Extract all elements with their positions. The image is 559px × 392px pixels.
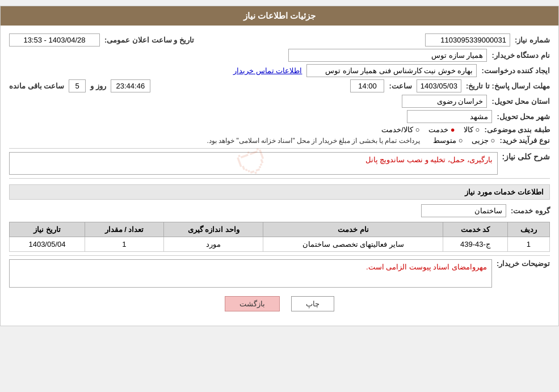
col-service-code: کد خدمت bbox=[443, 222, 507, 237]
send-date-value: 1403/05/03 bbox=[417, 79, 461, 92]
announce-value: 1403/04/28 - 13:53 bbox=[9, 33, 100, 47]
content-area: شماره نیاز: 1103095339000031 تاریخ و ساع… bbox=[1, 26, 558, 326]
buyer-comments-label: توضیحات خریدار: bbox=[497, 259, 550, 268]
purchase-type-note: پرداخت تمام یا بخشی از مبلغ خریدار از مح… bbox=[207, 137, 420, 145]
cell-unit: مورد bbox=[163, 237, 263, 252]
purchase-label-jozii: جزیی bbox=[472, 136, 489, 145]
description-label: شرح کلی نیاز: bbox=[502, 152, 550, 161]
buyer-comments-value: مهروامضای اسناد پیوست الزامی است. bbox=[9, 259, 492, 288]
need-number-value: 1103095339000031 bbox=[425, 33, 510, 47]
cell-quantity: 1 bbox=[85, 237, 163, 252]
category-radio-kala-khadamat[interactable]: ○ bbox=[415, 125, 420, 134]
buyer-comments-container: مهروامضای اسناد پیوست الزامی است. bbox=[9, 259, 492, 288]
divider-2 bbox=[9, 178, 550, 179]
row-send-date: مهلت ارسال پاسخ: تا تاریخ: 1403/05/03 سا… bbox=[9, 79, 550, 92]
col-date: تاریخ نیاز bbox=[10, 222, 85, 237]
category-option-kala-khadamat: ○ کالا/خدمت bbox=[381, 125, 419, 134]
back-button[interactable]: بازگشت bbox=[225, 296, 280, 311]
service-group-value: ساختمان bbox=[421, 204, 506, 217]
remaining-time-value: 23:44:46 bbox=[111, 79, 150, 92]
cell-row-num: 1 bbox=[507, 237, 549, 252]
page-header: جزئیات اطلاعات نیاز bbox=[1, 6, 558, 26]
cell-service-name: سایر فعالیتهای تخصصی ساختمان bbox=[263, 237, 443, 252]
category-option-khadamat: ● خدمت bbox=[428, 125, 455, 134]
category-label: طبقه بندی موضوعی: bbox=[484, 125, 550, 134]
row-category: طبقه بندی موضوعی: ○ کالا ● خدمت ○ کالا/خ… bbox=[9, 125, 550, 134]
remaining-time-label: ساعت باقی مانده bbox=[9, 82, 64, 90]
category-radio-group: ○ کالا ● خدمت ○ کالا/خدمت bbox=[381, 125, 480, 134]
button-row: چاپ بازگشت bbox=[9, 296, 550, 311]
purchase-radio-jozii[interactable]: ○ bbox=[491, 136, 495, 145]
send-time-value: 14:00 bbox=[350, 79, 384, 92]
description-value: بارگیری، حمل، تخلیه و نصب ساندویچ پانل bbox=[9, 152, 498, 175]
cell-service-code: ج-43-439 bbox=[443, 237, 507, 252]
row-description: شرح کلی نیاز: 🛡 بارگیری، حمل، تخلیه و نص… bbox=[9, 152, 550, 175]
buyer-org-label: نام دستگاه خریدار: bbox=[491, 51, 550, 60]
description-container: 🛡 بارگیری، حمل، تخلیه و نصب ساندویچ پانل bbox=[9, 152, 498, 175]
row-buyer-org: نام دستگاه خریدار: همیار سازه توس bbox=[9, 49, 550, 62]
cell-date: 1403/05/04 bbox=[10, 237, 85, 252]
col-service-name: نام خدمت bbox=[263, 222, 443, 237]
row-city: شهر محل تحویل: مشهد bbox=[9, 110, 550, 123]
send-date-label: مهلت ارسال پاسخ: تا تاریخ: bbox=[466, 82, 550, 90]
contact-link[interactable]: اطلاعات تماس خریدار bbox=[233, 66, 302, 75]
creator-value: بهاره خوش نیت کارشناس فنی همیار سازه توس bbox=[306, 64, 477, 77]
row-buyer-comments: توضیحات خریدار: مهروامضای اسناد پیوست ال… bbox=[9, 259, 550, 288]
divider-3 bbox=[9, 255, 550, 256]
col-row-num: ردیف bbox=[507, 222, 549, 237]
services-section-title: اطلاعات خدمات مورد نیاز bbox=[9, 184, 550, 200]
col-unit: واحد اندازه گیری bbox=[163, 222, 263, 237]
province-value: خراسان رضوی bbox=[402, 95, 487, 108]
row-creator: ایجاد کننده درخواست: بهاره خوش نیت کارشن… bbox=[9, 64, 550, 77]
creator-label: ایجاد کننده درخواست: bbox=[481, 66, 550, 75]
province-label: استان محل تحویل: bbox=[491, 97, 550, 106]
need-number-label: شماره نیاز: bbox=[515, 36, 550, 44]
category-option-kala: ○ کالا bbox=[464, 125, 480, 134]
table-header-row: ردیف کد خدمت نام خدمت واحد اندازه گیری ت… bbox=[10, 222, 550, 237]
city-value: مشهد bbox=[407, 110, 492, 123]
divider-1 bbox=[9, 148, 550, 149]
purchase-type-radio-group: ○ جزیی ○ متوسط bbox=[433, 136, 495, 145]
category-radio-khadamat[interactable]: ● bbox=[451, 125, 455, 134]
page-container: جزئیات اطلاعات نیاز شماره نیاز: 11030953… bbox=[0, 6, 559, 326]
page-title: جزئیات اطلاعات نیاز bbox=[243, 11, 316, 20]
remaining-days-label: روز و bbox=[90, 82, 106, 90]
category-label-kala: کالا bbox=[464, 125, 473, 134]
category-label-kala-khadamat: کالا/خدمت bbox=[381, 125, 413, 134]
purchase-type-label: نوع فرآیند خرید: bbox=[499, 136, 550, 145]
buyer-org-value: همیار سازه توس bbox=[288, 49, 487, 62]
col-quantity: تعداد / مقدار bbox=[85, 222, 163, 237]
send-time-label: ساعت: bbox=[389, 82, 411, 90]
row-purchase-type: نوع فرآیند خرید: ○ جزیی ○ متوسط پرداخت ت… bbox=[9, 136, 550, 145]
remaining-days-value: 5 bbox=[69, 79, 86, 92]
row-need-number: شماره نیاز: 1103095339000031 تاریخ و ساع… bbox=[9, 33, 550, 47]
table-row: 1 ج-43-439 سایر فعالیتهای تخصصی ساختمان … bbox=[10, 237, 550, 252]
city-label: شهر محل تحویل: bbox=[497, 112, 550, 121]
purchase-type-motavaset: ○ متوسط bbox=[433, 136, 463, 145]
category-radio-kala[interactable]: ○ bbox=[476, 125, 480, 134]
print-button[interactable]: چاپ bbox=[291, 296, 334, 311]
purchase-label-motavaset: متوسط bbox=[433, 136, 456, 145]
category-label-khadamat: خدمت bbox=[428, 125, 448, 134]
description-with-watermark: 🛡 بارگیری، حمل، تخلیه و نصب ساندویچ پانل bbox=[9, 152, 498, 175]
purchase-type-jozii: ○ جزیی bbox=[472, 136, 495, 145]
purchase-radio-motavaset[interactable]: ○ bbox=[459, 136, 463, 145]
services-table: ردیف کد خدمت نام خدمت واحد اندازه گیری ت… bbox=[9, 222, 550, 252]
row-province: استان محل تحویل: خراسان رضوی bbox=[9, 95, 550, 108]
row-service-group: گروه خدمت: ساختمان bbox=[9, 204, 550, 217]
announce-label: تاریخ و ساعت اعلان عمومی: bbox=[104, 36, 194, 44]
service-group-label: گروه خدمت: bbox=[511, 206, 550, 215]
